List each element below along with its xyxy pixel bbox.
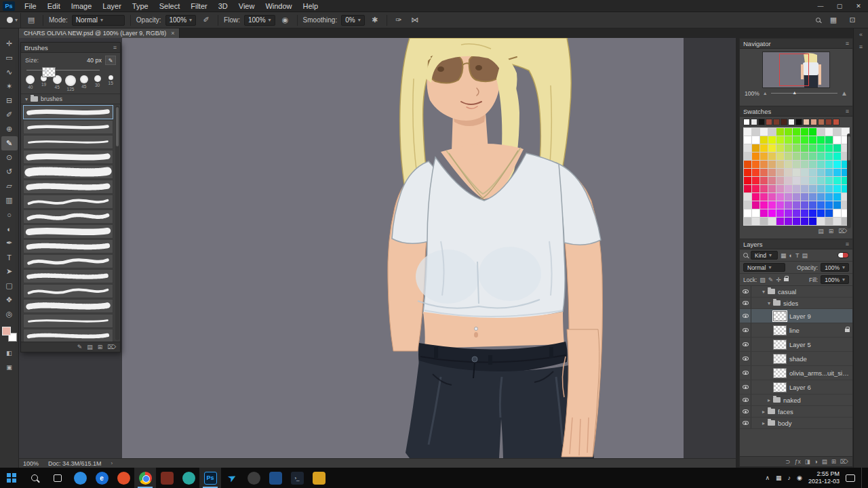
swatch-cell[interactable] <box>776 193 784 201</box>
group-chevron-icon[interactable]: ▸ <box>762 409 765 415</box>
swatch-cell[interactable] <box>825 161 833 168</box>
swatch-cell[interactable] <box>793 177 800 184</box>
slider-thumb-icon[interactable]: ▲ <box>792 90 797 95</box>
swatch-cell[interactable] <box>825 119 832 125</box>
swatch-cell[interactable] <box>833 161 841 168</box>
pressure-opacity-icon[interactable]: ✐ <box>200 16 212 24</box>
layer-thumbnail[interactable] <box>773 325 787 336</box>
canvas-area[interactable] <box>19 38 736 458</box>
taskbar-photoshop-icon[interactable]: Ps <box>199 468 221 488</box>
task-view-button[interactable] <box>46 468 69 488</box>
swatch-cell[interactable] <box>825 169 833 176</box>
type-tool[interactable]: T <box>1 250 18 264</box>
navigator-panel-title[interactable]: Navigator <box>743 40 771 47</box>
new-brush-icon[interactable]: ⊞ <box>98 344 103 350</box>
close-button[interactable]: ✕ <box>849 0 868 12</box>
menu-edit[interactable]: Edit <box>42 0 66 12</box>
layer-row-layer-6[interactable]: Layer 6 <box>740 380 852 394</box>
group-chevron-icon[interactable]: ▸ <box>768 397 770 403</box>
group-chevron-icon[interactable]: ▾ <box>768 300 770 306</box>
swatch-cell[interactable] <box>785 201 792 209</box>
brush-preset[interactable]: 40 <box>25 75 36 89</box>
swatch-cell[interactable] <box>833 193 841 201</box>
swatch-cell[interactable] <box>768 169 776 176</box>
menu-select[interactable]: Select <box>154 0 186 12</box>
swatch-cell[interactable] <box>744 185 751 192</box>
visibility-eye-icon[interactable] <box>740 323 751 337</box>
swatch-cell[interactable] <box>760 218 768 225</box>
swatch-cell[interactable] <box>809 169 816 176</box>
adjustment-icon[interactable]: ◑ <box>814 458 818 465</box>
group-icon[interactable]: ▤ <box>822 458 827 465</box>
swatch-cell[interactable] <box>833 209 841 217</box>
swatch-cell[interactable] <box>768 201 776 209</box>
layers-opacity-dropdown[interactable]: 100% <box>821 263 849 272</box>
swatch-cell[interactable] <box>801 152 808 160</box>
tab-close-icon[interactable]: × <box>171 30 174 37</box>
brush-tool[interactable]: ✎ <box>1 136 18 150</box>
taskbar-app-dark-icon[interactable] <box>243 468 264 488</box>
swatch-cell[interactable] <box>776 169 784 176</box>
swatch-cell[interactable] <box>793 185 800 192</box>
show-desktop-button[interactable] <box>861 468 864 488</box>
crop-tool[interactable]: ⊟ <box>1 94 18 108</box>
delete-icon[interactable]: ⌦ <box>840 458 848 465</box>
stroke-preview-icon[interactable]: ✎ <box>77 344 83 350</box>
swatch-cell[interactable] <box>760 161 768 168</box>
swatch-cell[interactable] <box>818 119 825 125</box>
new-layer-icon[interactable]: ⊞ <box>831 458 836 465</box>
swatch-cell[interactable] <box>801 136 808 144</box>
swatch-cell[interactable] <box>768 136 776 144</box>
start-button[interactable] <box>0 468 23 488</box>
brush-stroke-row[interactable] <box>23 284 113 298</box>
swatch-cell[interactable] <box>773 119 780 125</box>
swatch-cell[interactable] <box>752 177 760 184</box>
swatch-cell[interactable] <box>744 169 751 176</box>
swatch-cell[interactable] <box>793 128 800 136</box>
swatch-cell[interactable] <box>752 169 760 176</box>
smoothing-dropdown[interactable]: 0% <box>341 15 364 26</box>
document-canvas[interactable] <box>122 38 684 458</box>
volume-icon[interactable]: ♪ <box>788 474 791 481</box>
mode-dropdown[interactable]: Normal <box>72 15 125 26</box>
layer-row-faces[interactable]: ▸faces <box>740 406 852 418</box>
menu-file[interactable]: File <box>19 0 42 12</box>
swatch-cell[interactable] <box>793 161 800 168</box>
panel-menu-icon[interactable]: ≡ <box>846 40 849 47</box>
layer-name[interactable]: Layer 5 <box>789 341 811 348</box>
zoom-out-mountain-icon[interactable]: ▲ <box>763 91 768 96</box>
swatch-cell[interactable] <box>817 201 825 209</box>
symmetry-icon[interactable]: ⋈ <box>409 16 421 24</box>
swatch-cell[interactable] <box>833 152 841 160</box>
panel-menu-icon[interactable]: ≡ <box>859 43 863 50</box>
taskbar-clock[interactable]: 2:55 PM 2021-12-03 <box>808 470 840 485</box>
menu-help[interactable]: Help <box>298 0 324 12</box>
swatch-cell[interactable] <box>760 128 768 136</box>
swatch-cell[interactable] <box>833 185 841 192</box>
brush-stroke-row[interactable] <box>23 254 113 268</box>
smoothing-gear-icon[interactable]: ✱ <box>369 16 381 24</box>
status-chevron-icon[interactable]: › <box>111 460 113 466</box>
brush-stroke-row[interactable] <box>23 120 113 134</box>
swatch-cell[interactable] <box>785 218 792 225</box>
taskbar-telegram-icon[interactable]: ➤ <box>221 468 243 488</box>
visibility-eye-icon[interactable] <box>740 352 751 365</box>
swatch-cell[interactable] <box>776 161 784 168</box>
flow-dropdown[interactable]: 100% <box>244 15 275 26</box>
layer-name[interactable]: Layer 6 <box>789 384 811 391</box>
clone-stamp-tool[interactable]: ⊙ <box>1 150 18 165</box>
taskbar-firefox-icon[interactable] <box>113 468 134 488</box>
filter-shape-icon[interactable]: ▤ <box>802 252 808 259</box>
swatch-cell[interactable] <box>752 209 760 217</box>
visibility-eye-icon[interactable] <box>740 380 751 394</box>
layer-name[interactable]: line <box>789 327 800 334</box>
swatch-cell[interactable] <box>795 119 802 125</box>
swatch-cell[interactable] <box>809 201 816 209</box>
brush-stroke-row[interactable] <box>23 135 113 149</box>
layer-name[interactable]: olivia_arms...uit_sides <box>789 369 850 377</box>
swatch-cell[interactable] <box>781 119 787 125</box>
menu-layer[interactable]: Layer <box>97 0 127 12</box>
workspace-switcher-icon[interactable]: ▦ <box>827 16 840 24</box>
swatch-cell[interactable] <box>776 218 784 225</box>
brush-stroke-row[interactable] <box>23 180 113 194</box>
